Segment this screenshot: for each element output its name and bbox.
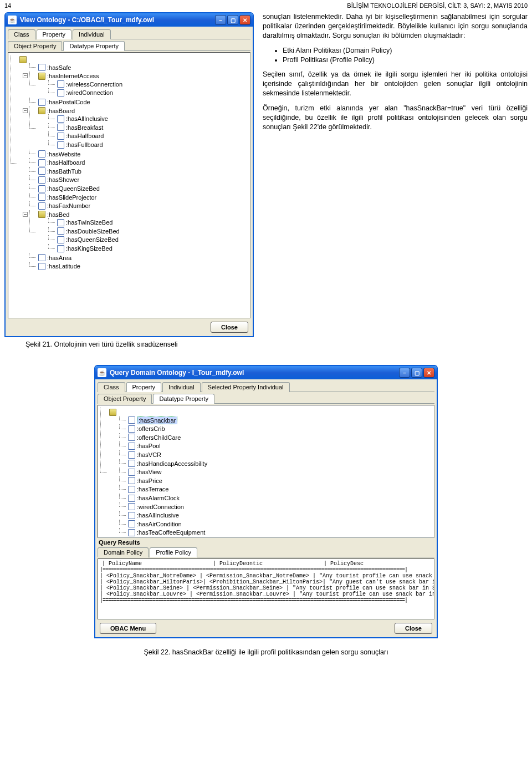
- tree-item[interactable]: :hasQueenSizeBed: [29, 184, 249, 193]
- tab-object-property[interactable]: Object Property: [98, 394, 152, 404]
- tree-item[interactable]: :hasShower: [29, 175, 249, 184]
- result-row[interactable]: | <Policy_Snackbar_HiltonParis>| <Prohib…: [100, 579, 432, 585]
- tab-property[interactable]: Property: [126, 382, 162, 392]
- doc-icon: [128, 529, 135, 536]
- tree-item[interactable]: :hasHalfboard: [29, 158, 249, 167]
- tree-item[interactable]: :hasWebsite: [29, 150, 249, 159]
- tab-selected-property-individual[interactable]: Selected Property Individual: [202, 382, 290, 392]
- doc-icon: [38, 64, 45, 71]
- tree-item-label: :hasPool: [137, 443, 161, 449]
- obac-menu-button[interactable]: OBAC Menu: [100, 623, 156, 634]
- tree-item[interactable]: :hasPrice: [119, 476, 433, 485]
- tree-item[interactable]: :hasFaxNumber: [29, 201, 249, 210]
- sub-tabrow: Object Property Datatype Property: [8, 40, 250, 51]
- tree-item[interactable]: :hasPool: [119, 441, 433, 450]
- minimize-button[interactable]: –: [399, 368, 410, 378]
- tree-item[interactable]: :hasSafe–:hasInternetAccess:wirelessConn…: [11, 55, 249, 271]
- maximize-button[interactable]: ▢: [411, 368, 422, 378]
- tree-item-label: :hasHandicapAccessibility: [137, 460, 207, 467]
- tree-item[interactable]: :hasHalfboard: [48, 131, 249, 140]
- tree-item-label: :hasAllInclusive: [137, 512, 179, 519]
- tree-item[interactable]: :hasTerrace: [119, 485, 433, 494]
- doc-icon: [38, 159, 45, 166]
- tree-item[interactable]: :hasTeaCoffeeEquipment: [119, 528, 433, 537]
- tab-individual[interactable]: Individual: [73, 29, 110, 39]
- tree-item[interactable]: :hasSlideProjector: [29, 193, 249, 202]
- close-button[interactable]: Close: [211, 322, 248, 333]
- tree-item[interactable]: :hasSafe: [29, 63, 249, 72]
- tree-item[interactable]: :hasAllInclusive: [119, 511, 433, 520]
- tree-item[interactable]: :offersCrib: [119, 424, 433, 433]
- tab-object-property[interactable]: Object Property: [8, 41, 62, 51]
- tab-datatype-property[interactable]: Datatype Property: [63, 41, 125, 51]
- doc-icon: [128, 425, 135, 433]
- tree-item[interactable]: :hasHandicapAccessibility: [119, 459, 433, 468]
- tab-domain-policy[interactable]: Domain Policy: [98, 547, 149, 557]
- paragraph: Örneğin, turizm etki alanında yer alan "…: [263, 104, 528, 132]
- tab-property[interactable]: Property: [37, 29, 72, 39]
- tree-item[interactable]: :hasBathTub: [29, 167, 249, 176]
- tree-item[interactable]: :hasLatitude: [29, 262, 249, 271]
- doc-icon: [128, 486, 135, 493]
- tree-item-label: :hasLatitude: [47, 263, 80, 270]
- doc-icon: [57, 236, 64, 243]
- ontology-tree-panel[interactable]: :hasSafe–:hasInternetAccess:wirelessConn…: [8, 52, 250, 318]
- tree-item[interactable]: :hasSnackbar:offersCrib:offersChildCare:…: [100, 408, 433, 537]
- folder-icon: [38, 107, 45, 114]
- tree-toggle[interactable]: –: [23, 73, 28, 78]
- tree-item[interactable]: :hasVCR: [119, 450, 433, 459]
- tab-class[interactable]: Class: [8, 29, 35, 39]
- tree-item[interactable]: :hasTwinSizeBed: [48, 218, 249, 227]
- result-row[interactable]: | <Policy_Snackbar_NotreDame> | <Permiss…: [100, 573, 432, 579]
- close-button[interactable]: Close: [395, 623, 432, 634]
- query-results-label: Query Results: [99, 539, 434, 546]
- tab-individual[interactable]: Individual: [162, 382, 200, 392]
- tree-item[interactable]: :hasSnackbar: [119, 416, 433, 425]
- view-ontology-window: ☕ View Ontology - C:/OBAC/I_Tour_mdfy.ow…: [4, 12, 254, 337]
- tab-class[interactable]: Class: [98, 382, 125, 392]
- maximize-button[interactable]: ▢: [227, 15, 238, 25]
- tree-item[interactable]: :hasView: [119, 468, 433, 476]
- doc-icon: [57, 227, 64, 235]
- tab-datatype-property[interactable]: Datatype Property: [153, 394, 214, 404]
- tree-item[interactable]: :hasFullboard: [48, 140, 249, 149]
- tree-item[interactable]: :hasQueenSizeBed: [48, 235, 249, 244]
- tree-item[interactable]: –:hasInternetAccess:wirelessConnerction:…: [29, 72, 249, 98]
- tree-item[interactable]: :hasAllInclusive: [48, 114, 249, 123]
- close-window-button[interactable]: ✕: [239, 15, 250, 25]
- tree-item-label: :hasBoard: [47, 108, 75, 114]
- tree-item[interactable]: –:hasBoard:hasAllInclusive:hasBreakfast:…: [29, 106, 249, 150]
- tree-item[interactable]: :hasAirCondition: [119, 520, 433, 529]
- result-row[interactable]: | <Policy_Snackbar_Louvre> | <Permission…: [100, 591, 432, 597]
- tree-item[interactable]: :hasAlarmClock: [119, 494, 433, 502]
- tree-item[interactable]: :hasKingSizeBed: [48, 244, 249, 253]
- tree-item[interactable]: :offersChildCare: [119, 433, 433, 442]
- ontology-tree-panel[interactable]: :hasSnackbar:offersCrib:offersChildCare:…: [98, 405, 434, 538]
- close-window-button[interactable]: ✕: [423, 368, 434, 378]
- doc-icon: [128, 477, 135, 484]
- tree-item[interactable]: :hasDoubleSizeBed: [48, 227, 249, 236]
- doc-icon: [57, 133, 64, 140]
- results-panel[interactable]: | PolicyName | PolicyDeontic | PolicyDes…: [98, 558, 434, 619]
- tree-item[interactable]: :hasArea: [29, 253, 249, 262]
- tree-toggle[interactable]: –: [23, 212, 28, 217]
- result-row[interactable]: | <Policy_Snackbar_Seine> | <Permission_…: [100, 585, 432, 591]
- tree-item[interactable]: :hasBreakfast: [48, 123, 249, 132]
- results-header: | PolicyName | PolicyDeontic | PolicyDes…: [100, 561, 432, 567]
- tree-item[interactable]: –:hasBed:hasTwinSizeBed:hasDoubleSizeBed…: [29, 210, 249, 253]
- tree-item-label: :hasSnackbar: [137, 416, 177, 424]
- tab-profile-policy[interactable]: Profile Policy: [150, 547, 197, 557]
- tree-item[interactable]: :wiredConnection: [119, 502, 433, 511]
- tree-item-label: :hasSlideProjector: [47, 194, 96, 201]
- bullet: Profil Politikası (Profile Policy): [283, 55, 528, 65]
- tree-toggle[interactable]: –: [23, 108, 28, 113]
- tree-item[interactable]: :wirelessConnerction: [48, 80, 249, 89]
- tree-item[interactable]: :hasPostalCode: [29, 98, 249, 106]
- tree-item-label: :hasView: [137, 469, 161, 475]
- tree-item-label: :hasPostalCode: [47, 99, 90, 105]
- tree-item[interactable]: :wiredConnection: [48, 88, 249, 97]
- minimize-button[interactable]: –: [215, 15, 226, 25]
- doc-icon: [128, 520, 135, 527]
- doc-icon: [57, 141, 64, 149]
- folder-icon: [109, 409, 116, 416]
